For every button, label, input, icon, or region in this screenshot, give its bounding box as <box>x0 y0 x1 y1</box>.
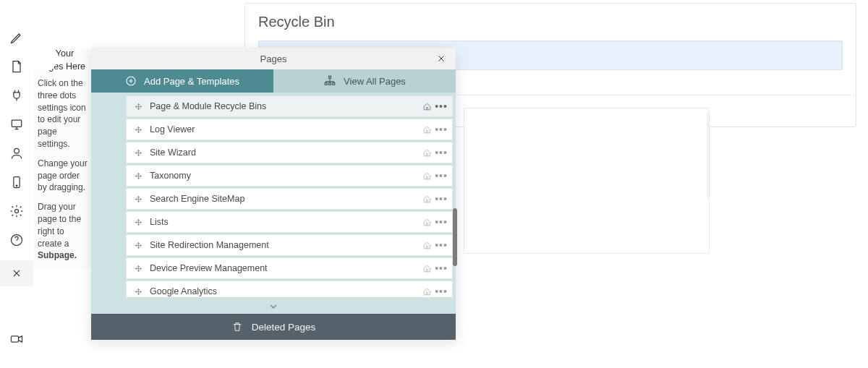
plus-circle-icon <box>125 75 137 87</box>
home-icon[interactable] <box>420 125 433 134</box>
page-item[interactable]: Google Analytics••• <box>126 281 453 297</box>
drag-handle-icon[interactable] <box>132 103 144 111</box>
home-icon[interactable] <box>420 241 433 250</box>
deleted-pages-button[interactable]: Deleted Pages <box>91 314 456 340</box>
drag-handle-icon[interactable] <box>132 172 144 180</box>
page-item-label: Search Engine SiteMap <box>150 194 420 204</box>
drag-handle-icon[interactable] <box>132 265 144 273</box>
drag-handle-icon[interactable] <box>132 149 144 157</box>
drag-handle-icon[interactable] <box>132 195 144 203</box>
gear-icon[interactable] <box>0 197 33 226</box>
page-item[interactable]: Log Viewer••• <box>126 119 453 140</box>
plug-icon[interactable] <box>0 81 33 110</box>
pages-tabs: Add Page & Templates View All Pages <box>91 69 456 93</box>
more-options-icon[interactable]: ••• <box>435 173 448 179</box>
page-item[interactable]: Search Engine SiteMap••• <box>126 188 453 210</box>
help-panel: Edit Your Pages Here Click on the three … <box>33 48 91 269</box>
tab-view-label: View All Pages <box>344 76 406 87</box>
svg-rect-10 <box>329 82 331 85</box>
page-item-label: Taxonomy <box>150 171 420 181</box>
svg-rect-9 <box>325 82 327 85</box>
tab-add-page[interactable]: Add Page & Templates <box>91 69 273 93</box>
svg-point-4 <box>15 210 19 213</box>
page-item-label: Google Analytics <box>150 286 420 296</box>
page-title: Recycle Bin <box>258 14 843 30</box>
trash-icon <box>231 321 243 333</box>
pages-panel: Pages Add Page & Templates View All Page… <box>91 48 456 340</box>
more-options-icon[interactable]: ••• <box>435 127 448 132</box>
page-item-label: Page & Module Recycle Bins <box>150 101 420 111</box>
home-icon[interactable] <box>420 264 433 273</box>
video-icon[interactable] <box>0 325 33 354</box>
help-icon[interactable] <box>0 226 33 254</box>
drag-handle-icon[interactable] <box>132 241 144 249</box>
svg-point-3 <box>16 185 17 187</box>
device-icon[interactable] <box>0 168 33 197</box>
home-icon[interactable] <box>420 194 433 204</box>
more-options-icon[interactable]: ••• <box>435 103 448 109</box>
page-item[interactable]: Page & Module Recycle Bins••• <box>126 95 453 117</box>
more-options-icon[interactable]: ••• <box>435 265 448 271</box>
more-options-icon[interactable]: ••• <box>435 196 448 202</box>
drag-handle-icon[interactable] <box>132 288 144 296</box>
page-item-label: Device Preview Management <box>150 263 420 273</box>
sitemap-icon <box>323 74 336 87</box>
close-icon[interactable] <box>433 48 450 69</box>
more-options-icon[interactable]: ••• <box>435 219 448 225</box>
home-icon[interactable] <box>420 102 433 111</box>
tab-add-label: Add Page & Templates <box>144 76 239 87</box>
monitor-icon[interactable] <box>0 110 33 139</box>
svg-rect-11 <box>333 82 335 85</box>
help-text-1: Click on the three dots settings icon to… <box>38 77 88 150</box>
more-options-icon[interactable]: ••• <box>435 288 448 294</box>
pages-panel-header: Pages <box>91 48 456 69</box>
home-icon[interactable] <box>420 148 433 158</box>
help-text-3: Drag your page to the right to create a … <box>38 201 88 262</box>
page-item-label: Log Viewer <box>150 124 420 134</box>
home-icon[interactable] <box>420 218 433 227</box>
home-icon[interactable] <box>420 171 433 181</box>
page-item-label: Site Redirection Management <box>150 240 420 250</box>
tab-view-all[interactable]: View All Pages <box>273 69 456 93</box>
drag-handle-icon[interactable] <box>132 126 144 134</box>
svg-point-1 <box>14 148 20 153</box>
help-text-2: Change your page order by dragging. <box>38 158 88 194</box>
more-options-icon[interactable]: ••• <box>435 150 448 155</box>
page-item[interactable]: Lists••• <box>126 211 453 233</box>
scrollbar-thumb[interactable] <box>453 208 457 266</box>
more-options-icon[interactable]: ••• <box>435 242 448 248</box>
page-item[interactable]: Taxonomy••• <box>126 165 453 187</box>
pages-panel-title: Pages <box>91 54 456 64</box>
page-item[interactable]: Site Wizard••• <box>126 142 453 163</box>
content-card <box>464 108 710 254</box>
user-icon[interactable] <box>0 139 33 168</box>
svg-rect-8 <box>329 76 331 78</box>
page-item[interactable]: Device Preview Management••• <box>126 257 453 279</box>
svg-rect-6 <box>12 336 19 342</box>
svg-rect-0 <box>12 120 21 127</box>
deleted-pages-label: Deleted Pages <box>252 322 316 333</box>
page-list: Page & Module Recycle Bins•••Log Viewer•… <box>91 93 456 299</box>
scroll-down-button[interactable] <box>91 299 456 314</box>
page-item-label: Lists <box>150 217 420 227</box>
home-icon[interactable] <box>420 287 433 296</box>
drag-handle-icon[interactable] <box>132 218 144 226</box>
close-panel-button[interactable] <box>0 260 33 286</box>
page-item-label: Site Wizard <box>150 147 420 158</box>
page-item[interactable]: Site Redirection Management••• <box>126 234 453 256</box>
